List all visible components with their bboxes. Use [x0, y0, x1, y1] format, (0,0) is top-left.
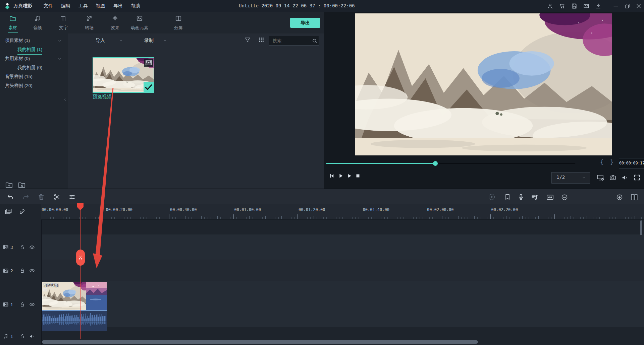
search-box[interactable] [269, 36, 319, 46]
record-chevron-icon[interactable] [163, 39, 167, 42]
track-visibility-icon[interactable] [29, 268, 35, 274]
mark-out-icon[interactable]: } [610, 159, 613, 165]
stop-button[interactable] [355, 173, 361, 179]
collapse-panel-icon[interactable] [63, 96, 67, 102]
mark-in-icon[interactable]: { [600, 159, 603, 165]
minimize-icon[interactable] [612, 3, 619, 9]
vertical-scrollbar[interactable] [640, 220, 642, 235]
ruler-tick [519, 217, 520, 219]
tab-elements[interactable]: 动画元素 [129, 15, 150, 31]
ruler-tick [172, 217, 173, 219]
new-folder-icon[interactable] [5, 180, 13, 189]
sidebar-item-3[interactable]: 我的相册 (0) [17, 65, 42, 72]
sidebar-item-1[interactable]: 我的相册 (1) [17, 47, 42, 55]
ruler-tick [114, 217, 115, 219]
fit-timeline-icon[interactable] [546, 193, 554, 201]
tab-media[interactable]: 素材 [2, 15, 23, 32]
grid-view-icon[interactable] [258, 37, 265, 43]
ruler-tick [169, 214, 169, 219]
ruler-tick [535, 217, 536, 219]
adjust-button[interactable] [68, 193, 76, 201]
split-button[interactable] [53, 193, 60, 201]
export-button[interactable]: 导出 [290, 18, 320, 28]
track-mute-icon[interactable] [29, 333, 35, 339]
track-lock-icon[interactable] [19, 244, 25, 250]
add-track-icon[interactable] [4, 208, 12, 216]
undo-button[interactable] [7, 193, 14, 201]
menu-export[interactable]: 导出 [113, 3, 123, 9]
fullscreen-icon[interactable] [633, 174, 641, 181]
track-lock-icon[interactable] [19, 333, 25, 339]
sidebar-chevron-icon[interactable] [58, 57, 62, 61]
preview-quality-dropdown[interactable]: 1/2 [551, 172, 590, 184]
delete-button[interactable] [38, 193, 45, 201]
close-icon[interactable] [635, 3, 642, 9]
record-button[interactable]: 录制 [144, 38, 154, 44]
cart-icon[interactable] [559, 3, 566, 9]
import-chevron-icon[interactable] [119, 39, 123, 42]
menu-tools[interactable]: 工具 [78, 3, 88, 9]
ruler-tick [204, 217, 205, 219]
snapshot-icon[interactable] [609, 174, 616, 181]
timeline-ruler[interactable]: 00:00:00:0000:00:20:0000:00:40:0000:01:0… [41, 204, 644, 220]
import-button[interactable]: 导入 [96, 38, 105, 44]
track-visibility-icon[interactable] [29, 244, 35, 250]
zoom-in-icon[interactable] [616, 194, 623, 201]
sidebar-item-5[interactable]: 片头样例 (20) [5, 83, 33, 90]
download-icon[interactable] [595, 3, 602, 9]
timeline-spacer-row [0, 219, 644, 235]
filter-icon[interactable] [244, 37, 251, 43]
render-preview-icon[interactable] [488, 193, 496, 201]
search-input[interactable] [272, 38, 311, 44]
tab-transition[interactable]: 转场 [78, 15, 100, 31]
media-item-thumbnail[interactable]: www.888pi [93, 57, 154, 93]
voiceover-icon[interactable] [517, 193, 525, 201]
sidebar-item-0[interactable]: 项目素材 (1) [5, 38, 30, 45]
user-icon[interactable] [547, 3, 553, 9]
restore-icon[interactable] [624, 3, 631, 9]
track-lock-icon[interactable] [19, 268, 25, 274]
media-item-label[interactable]: 预览视频 [93, 94, 111, 100]
tab-audio[interactable]: 音频 [27, 15, 48, 31]
menu-file[interactable]: 文件 [44, 3, 53, 9]
link-clips-icon[interactable] [19, 208, 25, 215]
timeline-clip[interactable]: 预览视频 [42, 282, 107, 330]
display-settings-icon[interactable] [596, 174, 604, 182]
zoom-out-icon[interactable] [561, 194, 568, 201]
save-icon[interactable] [571, 3, 578, 9]
panel-layout-icon[interactable] [630, 193, 639, 202]
track-lock-icon[interactable] [19, 301, 25, 307]
redo-button[interactable] [22, 193, 30, 201]
ruler-tick [259, 217, 259, 219]
track-visibility-icon[interactable] [29, 301, 35, 307]
ruler-tick [86, 217, 86, 219]
sidebar-chevron-icon[interactable] [58, 39, 62, 43]
tab-effects[interactable]: 效果 [104, 15, 126, 31]
play-button[interactable] [346, 173, 352, 179]
marker-icon[interactable] [504, 193, 511, 201]
tab-text[interactable]: 文字 [53, 15, 74, 31]
menu-view[interactable]: 视图 [96, 3, 105, 9]
audio-library-icon[interactable] [531, 193, 539, 201]
seek-bar[interactable] [326, 163, 575, 164]
mail-icon[interactable] [583, 3, 590, 9]
menu-help[interactable]: 帮助 [131, 3, 140, 9]
search-icon[interactable] [312, 38, 318, 44]
ruler-tick [185, 216, 185, 219]
tab-split-screen[interactable]: 分屏 [168, 15, 189, 31]
menu-edit[interactable]: 编辑 [61, 3, 70, 9]
ruler-tick [455, 217, 455, 219]
horizontal-scrollbar[interactable] [42, 340, 478, 344]
ruler-tick [124, 217, 124, 219]
sidebar-item-4[interactable]: 背景样例 (15) [5, 74, 33, 81]
clip-label: 预览视频 [44, 283, 58, 288]
volume-icon[interactable] [621, 174, 629, 181]
sidebar-item-2[interactable]: 共用素材 (0) [5, 56, 30, 63]
next-frame-button[interactable] [337, 173, 343, 179]
previous-frame-button[interactable] [329, 173, 335, 179]
ruler-tick [368, 217, 369, 219]
split-at-playhead-button[interactable] [76, 250, 85, 266]
seek-handle[interactable] [433, 161, 438, 166]
delete-folder-icon[interactable] [17, 180, 26, 189]
preview-video[interactable] [355, 13, 612, 155]
